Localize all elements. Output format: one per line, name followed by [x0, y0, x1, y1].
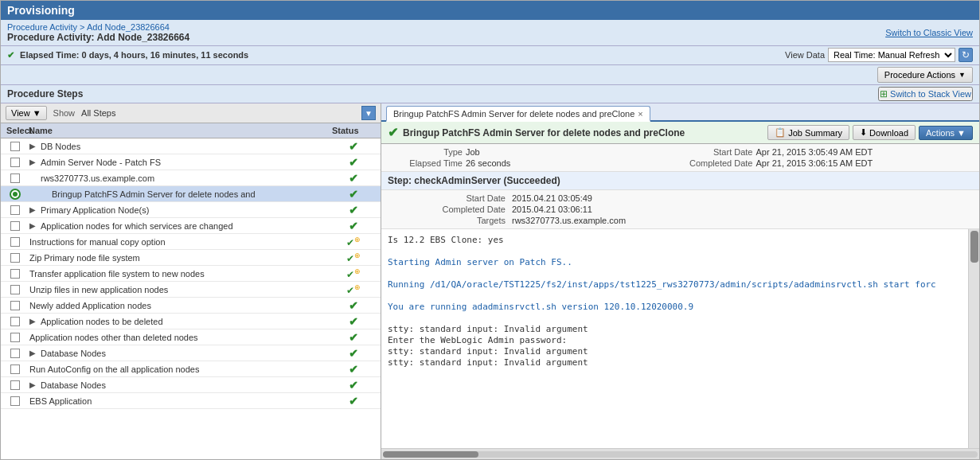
- view-data-label: View Data: [785, 50, 825, 60]
- row-name-cell: ▶DB Nodes: [26, 142, 330, 151]
- row-checkbox[interactable]: [10, 253, 20, 263]
- h-scroll-track: [383, 451, 978, 458]
- row-status-cell: ✔⊕: [330, 236, 377, 248]
- row-checkbox[interactable]: [10, 301, 20, 310]
- row-checkbox[interactable]: [10, 158, 20, 167]
- expander-icon[interactable]: ▶: [29, 380, 37, 389]
- table-body: ▶DB Nodes✔▶Admin Server Node - Patch FS✔…: [1, 138, 381, 459]
- table-row[interactable]: Application nodes other than deleted nod…: [1, 329, 381, 345]
- h-scroll-thumb: [383, 451, 478, 458]
- procedure-steps-label: Procedure Steps: [7, 88, 83, 99]
- expander-icon[interactable]: ▶: [29, 221, 37, 230]
- row-status-cell: ✔: [330, 140, 377, 153]
- switch-stack-view-button[interactable]: ⊞ Switch to Stack View: [878, 87, 973, 101]
- row-status-cell: ✔: [330, 363, 377, 376]
- table-row[interactable]: Newly added Application nodes✔: [1, 298, 381, 314]
- log-line: Running /d1/QA/oracle/TST1225/fs2/inst/a…: [388, 279, 965, 290]
- actions-dropdown-button[interactable]: Actions ▼: [919, 126, 973, 140]
- table-row[interactable]: ▶Application nodes for which services ar…: [1, 218, 381, 234]
- row-checkbox[interactable]: [10, 221, 20, 231]
- table-row[interactable]: Unzip files in new application nodes✔⊕: [1, 282, 381, 298]
- job-summary-icon: 📋: [775, 127, 786, 138]
- refresh-select[interactable]: Real Time: Manual Refresh: [828, 48, 955, 62]
- row-name-cell: Application nodes other than deleted nod…: [26, 333, 330, 342]
- step-completed-value: 2015.04.21 03:06:11: [512, 205, 970, 214]
- table-row[interactable]: ▶Primary Application Node(s)✔: [1, 202, 381, 218]
- job-summary-button[interactable]: 📋 Job Summary: [767, 125, 849, 140]
- log-line: [388, 246, 965, 256]
- row-checkbox[interactable]: [10, 269, 20, 279]
- log-line: stty: standard input: Invalid argument: [388, 324, 965, 334]
- expander-icon[interactable]: ▶: [29, 205, 37, 214]
- tab-title: Bringup PatchFS Admin Server for delete …: [393, 109, 634, 119]
- row-name-cell: Instructions for manual copy option: [26, 237, 330, 247]
- row-name-text: Run AutoConfig on the all application no…: [29, 364, 199, 374]
- row-checkbox[interactable]: [10, 396, 20, 406]
- table-row[interactable]: Bringup PatchFS Admin Server for delete …: [1, 186, 381, 202]
- refresh-button[interactable]: ↻: [959, 48, 973, 62]
- row-checkbox[interactable]: [10, 285, 20, 294]
- expander-icon[interactable]: ▶: [29, 349, 37, 357]
- table-row[interactable]: rws3270773.us.example.com✔: [1, 170, 381, 186]
- row-name-text: Instructions for manual copy option: [29, 237, 166, 247]
- row-checkbox[interactable]: [10, 333, 20, 342]
- row-checkbox[interactable]: [10, 142, 20, 151]
- step-targets-value: rws3270773.us.example.com: [512, 216, 970, 225]
- steps-dropdown-button[interactable]: ▼: [361, 106, 376, 120]
- row-checkbox[interactable]: [10, 205, 20, 215]
- log-content[interactable]: Is 12.2 EBS Clone: yes Starting Admin se…: [381, 229, 979, 448]
- expander-icon[interactable]: ▶: [29, 317, 37, 326]
- right-scrollbar[interactable]: [968, 229, 979, 448]
- download-label: Download: [869, 128, 908, 138]
- row-checkbox[interactable]: [10, 380, 20, 390]
- row-checkbox[interactable]: [10, 189, 21, 200]
- row-name-text: DB Nodes: [41, 142, 80, 151]
- row-checkbox[interactable]: [10, 173, 20, 183]
- row-name-cell: Newly added Application nodes: [26, 301, 330, 310]
- start-date-value: Apr 21, 2015 3:05:49 AM EDT: [756, 147, 873, 157]
- table-row[interactable]: Transfer application file system to new …: [1, 266, 381, 282]
- download-icon: ⬇: [860, 127, 867, 138]
- procedure-actions-button[interactable]: Procedure Actions ▼: [877, 67, 973, 83]
- info-elapsed-row: Elapsed Time 26 seconds: [391, 158, 680, 168]
- switch-classic-link[interactable]: Switch to Classic View: [885, 28, 973, 37]
- col-status-header: Status: [330, 125, 377, 136]
- row-checkbox[interactable]: [10, 317, 20, 326]
- tab-close-icon[interactable]: ×: [638, 109, 642, 119]
- log-line: Starting Admin server on Patch FS..: [388, 257, 965, 267]
- detail-check-icon: ✔: [388, 125, 398, 140]
- table-row[interactable]: Instructions for manual copy option✔⊕: [1, 234, 381, 250]
- row-status-cell: ✔: [330, 331, 377, 344]
- row-checkbox-cell: [4, 173, 26, 183]
- row-name-text: Bringup PatchFS Admin Server for delete …: [52, 189, 256, 199]
- procedure-label: Procedure Activity: Add Node_23826664: [7, 32, 189, 43]
- expander-icon[interactable]: ▶: [29, 142, 37, 150]
- actions-label: Actions: [926, 128, 955, 138]
- row-checkbox[interactable]: [10, 364, 20, 374]
- detail-title-row: ✔ Bringup PatchFS Admin Server for delet…: [388, 125, 685, 140]
- status-mixed-icon: ✔⊕: [346, 267, 361, 280]
- view-button[interactable]: View ▼: [6, 106, 47, 120]
- table-row[interactable]: ▶Application nodes to be deleted✔: [1, 314, 381, 329]
- row-status-cell: ✔: [330, 204, 377, 216]
- table-row[interactable]: ▶DB Nodes✔: [1, 138, 381, 154]
- elapsed-check-icon: ✔: [7, 50, 14, 60]
- row-name-cell: Run AutoConfig on the all application no…: [26, 364, 330, 374]
- active-tab[interactable]: Bringup PatchFS Admin Server for delete …: [386, 106, 650, 122]
- row-checkbox[interactable]: [10, 349, 20, 358]
- row-checkbox[interactable]: [10, 237, 20, 247]
- table-row[interactable]: EBS Application✔: [1, 393, 381, 409]
- info-type-row: Type Job: [391, 147, 680, 157]
- download-button[interactable]: ⬇ Download: [853, 125, 916, 140]
- steps-bar: Procedure Steps ⊞ Switch to Stack View: [1, 85, 979, 103]
- detail-actions: 📋 Job Summary ⬇ Download Actions ▼: [767, 125, 973, 140]
- expander-icon[interactable]: ▶: [29, 158, 37, 166]
- table-row[interactable]: Zip Primary node file system✔⊕: [1, 250, 381, 266]
- table-row[interactable]: ▶Database Nodes✔: [1, 345, 381, 361]
- table-row[interactable]: Run AutoConfig on the all application no…: [1, 361, 381, 377]
- h-scrollbar[interactable]: [381, 448, 979, 459]
- view-button-label: View: [11, 108, 30, 118]
- row-status-cell: ✔: [330, 379, 377, 392]
- table-row[interactable]: ▶Admin Server Node - Patch FS✔: [1, 154, 381, 170]
- table-row[interactable]: ▶Database Nodes✔: [1, 377, 381, 393]
